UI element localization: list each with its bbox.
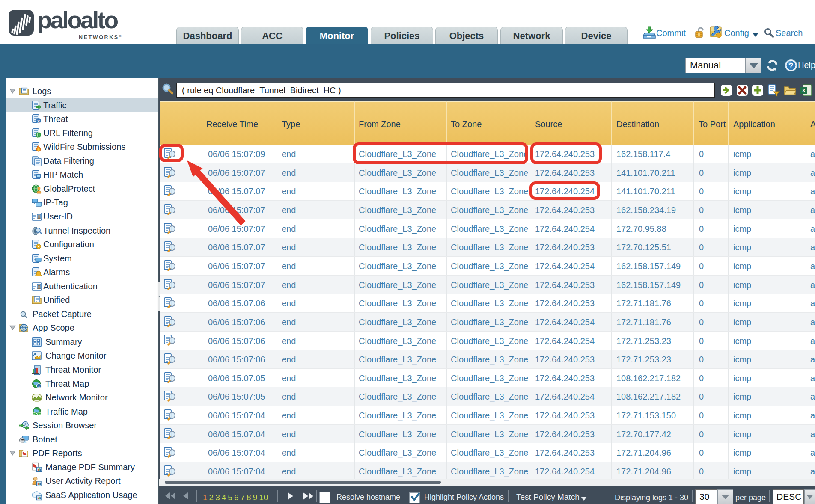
svg-text:A: A [24, 452, 27, 456]
svg-text:X: X [802, 87, 806, 94]
svg-text:x: x [37, 119, 40, 124]
svg-text:?: ? [789, 62, 794, 70]
svg-text:x: x [38, 385, 40, 388]
